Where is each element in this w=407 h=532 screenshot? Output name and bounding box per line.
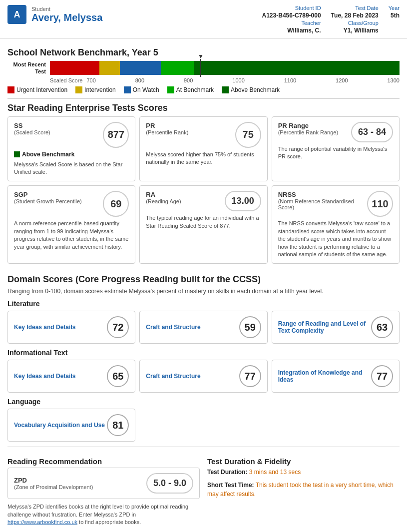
divider-3 [7, 447, 400, 447]
domain-literature-grid: Key Ideas and Details 72 Craft and Struc… [7, 311, 400, 344]
legend-intervention: Intervention [75, 86, 116, 93]
sgp-label: SGP [14, 191, 82, 198]
legend-intervention-box [75, 86, 82, 93]
domain-language-grid: Vocabulary Acquisition and Use 81 [7, 409, 400, 442]
score-card-ss: SS (Scaled Score) 877 Above Benchmark Me… [7, 116, 135, 182]
reading-rec-description: Melyssa's ZPD identifies books at the ri… [7, 503, 200, 526]
bar-urgent [50, 61, 99, 75]
benchmark-marker [200, 59, 201, 77]
teacher: Williams, C. [262, 27, 321, 34]
domain-lang-empty1 [139, 409, 267, 442]
legend-onwatch-box [124, 86, 131, 93]
scale-700: 700 [86, 77, 95, 83]
bar-onwatch [120, 61, 161, 75]
student-label: Student [31, 6, 102, 12]
benchmark-row-label: Most Recent Test [7, 61, 50, 75]
benchmark-bar [50, 61, 400, 75]
score-card-sgp: SGP (Student Growth Percentile) 69 A nor… [7, 185, 135, 264]
lang-vocab-score: 81 [107, 414, 129, 436]
class-label: Class/Group [331, 20, 379, 26]
domain-lit-range: Range of Reading and Level of Text Compl… [272, 311, 400, 344]
info-key-ideas-score: 65 [107, 365, 129, 387]
domain-lang-empty2 [272, 409, 400, 442]
domain-title: Domain Scores (Core Progress Reading bui… [7, 274, 400, 285]
zpd-label: ZPD [14, 477, 93, 484]
ss-value: 877 [103, 122, 129, 148]
lit-range-label: Range of Reading and Level of Text Compl… [278, 320, 371, 334]
pr-description: Melyssa scored higher than 75% of studen… [146, 151, 261, 166]
test-date: Tue, 28 Feb 2023 [331, 12, 379, 19]
prrange-label: PR Range [278, 122, 338, 129]
info-craft-label: Craft and Structure [146, 373, 200, 380]
year-label: Year [389, 5, 400, 11]
score-card-sgp-labels: SGP (Student Growth Percentile) [14, 191, 82, 204]
legend-above-label: Above Benchmark [231, 86, 280, 93]
pr-label: PR [146, 122, 188, 129]
short-test-label: Short Test Time: [207, 482, 254, 489]
avatar: A [7, 5, 26, 24]
star-reading-title: Star Reading Enterprise Tests Scores [7, 103, 400, 113]
score-card-prrange: PR Range (Percentile Rank Range) 63 - 84… [272, 116, 400, 182]
test-duration-title: Test Duration & Fidelity [207, 457, 400, 466]
score-card-prrange-inner: PR Range (Percentile Rank Range) 63 - 84 [278, 122, 393, 142]
student-info-right: Student ID Test Date Year A123-B456-C789… [262, 5, 400, 34]
score-card-ra-inner: RA (Reading Age) 13.00 [146, 191, 261, 211]
score-card-pr-inner: PR (Percentile Rank) 75 [146, 122, 261, 148]
short-test-item: Short Test Time: This student took the t… [207, 481, 400, 499]
scale-labels: 700 800 900 1000 1100 1200 1300 [86, 77, 400, 83]
sgp-description: A norm-reference percentile-based quanti… [14, 220, 129, 251]
lit-key-ideas-label: Key Ideas and Details [14, 324, 75, 331]
prrange-description: The range of potential variability in Me… [278, 145, 393, 161]
benchmark-section: School Network Benchmark, Year 5 Most Re… [7, 47, 400, 93]
legend-benchmark-label: At Benchmark [176, 86, 214, 93]
domain-language-label: Language [7, 398, 400, 406]
rec-link[interactable]: https://www.arbookfind.co.uk [7, 519, 77, 525]
divider-1 [7, 98, 400, 99]
reading-recommendation: Reading Recommendation ZPD (Zone of Prox… [7, 452, 200, 526]
info-craft-score: 77 [239, 365, 261, 387]
domain-subtitle: Ranging from 0-100, domain scores estima… [7, 288, 400, 295]
legend-urgent-box [7, 86, 14, 93]
domain-info-key-ideas: Key Ideas and Details 65 [7, 360, 135, 393]
student-id-label: Student ID [262, 5, 321, 11]
score-card-ra-labels: RA (Reading Age) [146, 191, 181, 204]
duration-value: 3 mins and 13 secs [249, 469, 301, 476]
info-integration-label: Integration of Knowledge and Ideas [278, 369, 371, 383]
ra-sublabel: (Reading Age) [146, 198, 181, 204]
score-card-nrss-inner: NRSS (Norm Reference Standardised Score)… [278, 191, 393, 217]
lit-craft-score: 59 [239, 316, 261, 338]
rec-desc-text1: Melyssa's ZPD identifies books at the ri… [7, 504, 188, 517]
class: Y1, Williams [331, 27, 379, 34]
nrss-description: The NRSS converts Melyssa's 'raw score' … [278, 220, 393, 258]
sgp-sublabel: (Student Growth Percentile) [14, 198, 82, 204]
score-card-sgp-inner: SGP (Student Growth Percentile) 69 [14, 191, 129, 217]
test-date-label: Test Date [331, 5, 379, 11]
duration-label: Test Duration: [207, 469, 247, 476]
test-duration-section: Test Duration & Fidelity Test Duration: … [207, 452, 400, 526]
ra-value: 13.00 [225, 191, 261, 211]
student-id: A123-B456-C789-000 [262, 12, 321, 19]
scale-1300: 1300 [388, 77, 400, 83]
lit-key-ideas-score: 72 [107, 316, 129, 338]
student-name-block: Student Avery, Melyssa [31, 6, 102, 23]
legend-urgent: Urgent Intervention [7, 86, 67, 93]
zpd-value: 5.0 - 9.0 [146, 473, 193, 494]
legend-onwatch-label: On Watch [133, 86, 159, 93]
ss-benchmark-label: Above Benchmark [22, 151, 74, 158]
lit-craft-label: Craft and Structure [146, 324, 200, 331]
scale-900: 900 [184, 77, 193, 83]
scale-row: Scaled Score 700 800 900 1000 1100 1200 … [50, 77, 400, 83]
score-card-ra: RA (Reading Age) 13.00 The typical readi… [139, 185, 267, 264]
legend-onwatch: On Watch [124, 86, 159, 93]
ra-description: The typical reading age for an individua… [146, 214, 261, 230]
nrss-label: NRSS [278, 191, 367, 198]
domain-info-craft: Craft and Structure 77 [139, 360, 267, 393]
duration-item: Test Duration: 3 mins and 13 secs [207, 468, 400, 477]
scale-800: 800 [135, 77, 144, 83]
student-name: Avery, Melyssa [31, 12, 102, 23]
legend: Urgent Intervention Intervention On Watc… [7, 86, 400, 93]
score-card-ss-labels: SS (Scaled Score) [14, 122, 50, 135]
legend-benchmark-box [167, 86, 174, 93]
student-info-left: A Student Avery, Melyssa [7, 5, 102, 24]
benchmark-bar-row: Most Recent Test [7, 61, 400, 75]
